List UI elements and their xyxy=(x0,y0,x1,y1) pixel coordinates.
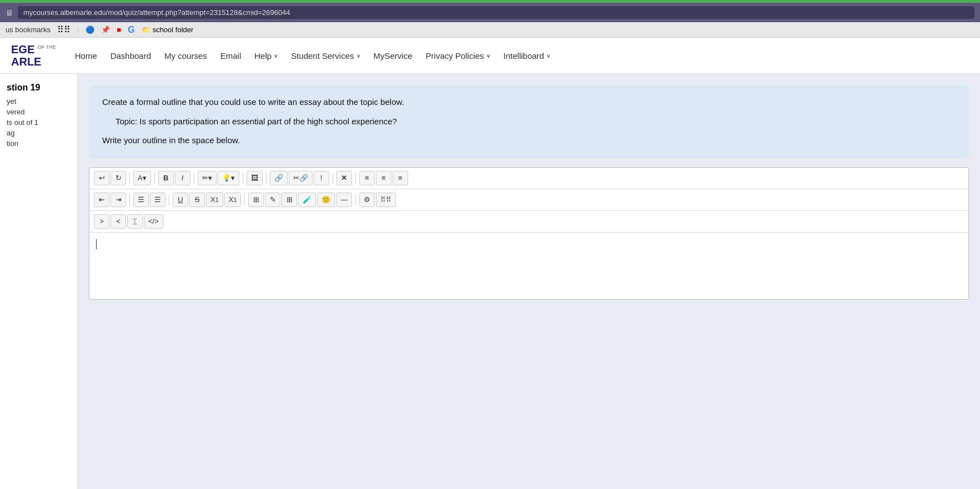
sidebar-status-yet: yet xyxy=(7,97,71,105)
question-prompt: Create a formal outline that you could u… xyxy=(102,96,956,109)
bookmark-icon-3[interactable]: ■ xyxy=(117,26,121,34)
link-button[interactable]: 🔗 xyxy=(270,171,288,185)
outdent-button[interactable]: ⇤ xyxy=(94,193,109,207)
browser-chrome: 🖥 mycourses.albemarle.edu/mod/quiz/attem… xyxy=(0,3,980,22)
expand-button[interactable]: > xyxy=(94,214,109,229)
sidebar-points: ts out of 1 xyxy=(7,118,71,127)
table-button[interactable]: ⊞ xyxy=(248,193,264,207)
indent-button[interactable]: ⇥ xyxy=(110,193,126,207)
underline-button[interactable]: U xyxy=(173,193,188,207)
nav-student-services[interactable]: Student Services ∨ xyxy=(291,51,360,61)
logo: EGE OF THE ARLE xyxy=(11,43,56,68)
hr-button[interactable]: — xyxy=(336,193,352,207)
sep-8 xyxy=(129,194,130,205)
sep-5 xyxy=(266,173,267,184)
align-right-button[interactable]: ≡ xyxy=(393,171,408,185)
question-instruction: Write your outline in the space below. xyxy=(102,134,956,147)
bookmark-folder[interactable]: 📁 school folder xyxy=(142,26,194,34)
sep-2 xyxy=(154,173,155,184)
special-char-button[interactable]: 🧪 xyxy=(298,193,316,207)
text-cursor xyxy=(96,239,97,249)
more-button[interactable]: ⠿⠿ xyxy=(376,193,396,207)
logo-top: EGE OF THE xyxy=(11,43,56,56)
nav-help-chevron: ∨ xyxy=(274,53,278,59)
nav-intelliboard-label: Intelliboard xyxy=(504,51,544,61)
source-code-button[interactable]: </> xyxy=(144,214,163,229)
content-area: Create a formal outline that you could u… xyxy=(78,74,980,489)
nav-student-services-label: Student Services xyxy=(291,51,354,61)
sep-10 xyxy=(244,194,245,205)
nav-intelliboard-chevron: ∨ xyxy=(546,53,550,59)
bookmark-google[interactable]: G xyxy=(128,25,134,35)
nav-intelliboard[interactable]: Intelliboard ∨ xyxy=(504,51,550,61)
font-button[interactable]: A▾ xyxy=(133,171,151,185)
nav-privacy-policies[interactable]: Privacy Policies ∨ xyxy=(426,51,490,61)
insert-table-button[interactable]: ⊞ xyxy=(282,193,297,207)
bookmark-icon-1[interactable]: 🔵 xyxy=(86,26,94,34)
bookmark-icon-2[interactable]: 📌 xyxy=(101,26,110,34)
tab-icon: 🖥 xyxy=(6,8,13,17)
nav-email[interactable]: Email xyxy=(220,51,242,61)
collapse-button[interactable]: < xyxy=(110,214,126,229)
sep-3 xyxy=(194,173,194,184)
anchor-button[interactable]: ! xyxy=(314,171,329,185)
sidebar-action: tion xyxy=(7,139,71,148)
sidebar: stion 19 yet vered ts out of 1 ag tion xyxy=(0,74,78,489)
cursor-button[interactable]: ⌶ xyxy=(127,214,143,229)
sep-6 xyxy=(333,173,333,184)
question-box: Create a formal outline that you could u… xyxy=(89,85,969,158)
nav-my-courses[interactable]: My courses xyxy=(164,51,207,61)
emoji-button[interactable]: 🙂 xyxy=(317,193,335,207)
sep-1 xyxy=(129,173,130,184)
edit-button[interactable]: ✎ xyxy=(265,193,280,207)
address-bar[interactable]: mycourses.albemarle.edu/mod/quiz/attempt… xyxy=(18,6,974,19)
editor-container: ↩ ↻ A▾ B I ✏▾ 💡▾ 🖼 🔗 ✂🔗 ! ✕ ≡ xyxy=(89,167,969,300)
sep-9 xyxy=(169,194,169,205)
folder-icon: 📁 xyxy=(142,26,150,34)
nav-student-services-chevron: ∨ xyxy=(356,53,360,59)
ordered-list-button[interactable]: ☰ xyxy=(150,193,165,207)
italic-button[interactable]: I xyxy=(175,171,190,185)
nav-help-label: Help xyxy=(254,51,272,61)
nav-privacy-policies-chevron: ∨ xyxy=(486,53,490,59)
unordered-list-button[interactable]: ☰ xyxy=(133,193,149,207)
logo-bottom: ARLE xyxy=(11,56,56,68)
toolbar-row-3: > < ⌶ </> xyxy=(89,211,968,233)
superscript-button[interactable]: X1 xyxy=(224,193,242,207)
bookmarks-bar: us bookmarks ⠿⠿ | 🔵 📌 ■ G 📁 school folde… xyxy=(0,22,980,38)
question-topic: Topic: Is sports participation an essent… xyxy=(115,115,956,128)
sidebar-flag: ag xyxy=(7,129,71,137)
nav-privacy-policies-label: Privacy Policies xyxy=(426,51,484,61)
sidebar-status-answered: vered xyxy=(7,108,71,116)
style-button[interactable]: 💡▾ xyxy=(218,171,239,185)
sep-4 xyxy=(243,173,243,184)
format-button[interactable]: ✏▾ xyxy=(198,171,217,185)
accessibility-button[interactable]: ⚙ xyxy=(359,193,375,207)
toolbar-row-2: ⇤ ⇥ ☰ ☰ U S X1 X1 ⊞ ✎ ⊞ 🧪 🙂 — ⚙ ⠿⠿ xyxy=(89,189,968,211)
image-button[interactable]: 🖼 xyxy=(247,171,263,185)
top-nav: EGE OF THE ARLE Home Dashboard My course… xyxy=(0,38,980,74)
toolbar-row-1: ↩ ↻ A▾ B I ✏▾ 💡▾ 🖼 🔗 ✂🔗 ! ✕ ≡ xyxy=(89,168,968,189)
subscript-button[interactable]: X1 xyxy=(206,193,223,207)
nav-help[interactable]: Help ∨ xyxy=(254,51,278,61)
bookmarks-apps-icon[interactable]: ⠿⠿ xyxy=(57,24,71,35)
align-center-button[interactable]: ≡ xyxy=(376,171,391,185)
bookmarks-label: us bookmarks xyxy=(6,26,51,34)
align-left-button[interactable]: ≡ xyxy=(359,171,375,185)
sep-11 xyxy=(355,194,356,205)
question-number: stion 19 xyxy=(7,83,71,93)
strikethrough-button[interactable]: S xyxy=(189,193,205,207)
unlink-button[interactable]: ✂🔗 xyxy=(289,171,313,185)
folder-label: school folder xyxy=(153,26,194,34)
nav-dashboard[interactable]: Dashboard xyxy=(110,51,151,61)
nav-home[interactable]: Home xyxy=(75,51,97,61)
nav-myservice[interactable]: MyService xyxy=(374,51,413,61)
bold-button[interactable]: B xyxy=(158,171,174,185)
main-layout: stion 19 yet vered ts out of 1 ag tion C… xyxy=(0,74,980,489)
redo-button[interactable]: ↻ xyxy=(110,171,126,185)
editor-body[interactable] xyxy=(89,233,968,299)
clear-button[interactable]: ✕ xyxy=(336,171,352,185)
undo-button[interactable]: ↩ xyxy=(94,171,109,185)
sep-7 xyxy=(355,173,356,184)
